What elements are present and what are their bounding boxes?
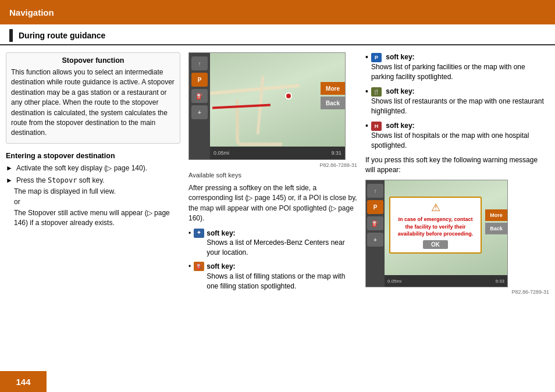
bullet-dot-2: •: [188, 262, 191, 272]
poi-3-text: Shows list of parking facilities or the …: [371, 63, 525, 81]
poi-5-text: Shows list of hospitals or the map with …: [371, 131, 529, 149]
poi-3-softkey: soft key:: [386, 53, 414, 61]
nav-btn-fuel: ⛽: [191, 89, 208, 103]
location-marker: [285, 92, 292, 99]
poi-softkey-1: soft key:Shows a list of Mercedes-Benz C…: [207, 229, 357, 258]
arrow-icon-1: ►: [6, 163, 13, 173]
stopover-menu-text: The Stopover still active menu will appe…: [14, 208, 180, 228]
nav-image-ref: P82.86-7288-31: [188, 162, 357, 168]
warning-ok-button[interactable]: OK: [423, 240, 448, 249]
warning-screen-image: ↑ P ⛽ + More Back ⚠ In case of emergency…: [365, 180, 508, 287]
nav-btn-more: More: [321, 82, 345, 95]
warning-bottom-bar: 0.05mi 9:33: [385, 275, 507, 287]
warning-dialog-text: In case of emergency, contact the facili…: [395, 216, 476, 237]
poi-5-softkey: soft key:: [386, 122, 414, 130]
page-number: 144: [16, 377, 30, 387]
warning-time: 9:33: [495, 279, 504, 284]
warning-btn-back: Back: [485, 223, 507, 234]
poi-item-parking: • P soft key: Shows list of parking faci…: [365, 52, 549, 82]
nav-right-buttons: More Back: [321, 82, 345, 109]
warning-dialog: ⚠ In case of emergency, contact the faci…: [389, 197, 482, 253]
bullet-dot-3: •: [365, 52, 368, 62]
poi-item-mercedes: • ✦ soft key:Shows a list of Mercedes-Be…: [188, 229, 357, 258]
fuel-icon: ⛽: [194, 262, 204, 271]
nav-distance: 0.05mi: [214, 150, 229, 156]
poi-item-fuel: • ⛽ soft key:Shows a list of filling sta…: [188, 262, 357, 291]
main-content: Stopover function This function allows y…: [0, 45, 555, 370]
stopover-function-box: Stopover function This function allows y…: [6, 52, 180, 144]
poi-3-content: P soft key: Shows list of parking facili…: [371, 52, 549, 82]
poi-4-content: 🍴 soft key: Shows list of restaurants or…: [371, 87, 549, 116]
subheader-accent: [9, 29, 13, 42]
stopover-text: This function allows you to select an in…: [11, 67, 175, 138]
intro-text: After pressing a softkey on the left sid…: [188, 183, 357, 224]
poi-item-restaurant: • 🍴 soft key: Shows list of restaurants …: [365, 87, 549, 116]
hospital-icon: H: [371, 122, 382, 131]
entering-heading: Entering a stopover destination: [6, 152, 180, 160]
stopover-title: Stopover function: [11, 56, 175, 65]
bullet-dot-5: •: [365, 121, 368, 131]
nav-screen-image: ↑ P ⛽ + More Back 0.05mi 9:31: [188, 52, 346, 160]
middle-column: ↑ P ⛽ + More Back 0.05mi 9:31 P82.86-728…: [188, 52, 357, 370]
header: Navigation: [0, 0, 555, 24]
nav-time: 9:31: [331, 150, 341, 156]
footer: 144: [0, 371, 47, 392]
left-column: Stopover function This function allows y…: [6, 52, 180, 370]
parking-icon: P: [371, 53, 382, 62]
subheader: During route guidance: [0, 24, 555, 45]
nav-sidebar: ↑ P ⛽ +: [189, 53, 210, 159]
bullet-dot-4: •: [365, 87, 368, 97]
nav-btn-parking: P: [191, 73, 208, 87]
warning-right-buttons: More Back: [485, 209, 507, 234]
poi-4-text: Shows list of restaurants or the map wit…: [371, 97, 544, 115]
warning-btn-3: ⛽: [367, 216, 383, 230]
nav-btn-back: Back: [321, 97, 345, 109]
bullet-item-1: ► Activate the soft key display (▷ page …: [6, 163, 180, 173]
warning-btn-2: P: [367, 200, 383, 214]
nav-bottom-bar: 0.05mi 9:31: [210, 147, 345, 159]
subheader-title: During route guidance: [19, 31, 105, 40]
warning-image-ref: P82.86-7289-31: [365, 289, 549, 295]
nav-btn-plus: +: [191, 105, 208, 119]
warning-btn-1: ↑: [367, 184, 383, 198]
warning-distance: 0.05mi: [387, 279, 401, 284]
arrow-icon-2: ►: [6, 176, 13, 186]
warning-triangle-icon: ⚠: [395, 201, 476, 214]
full-view-text: The map is displayed in full view.: [14, 187, 180, 195]
poi-softkey-2: soft key:Shows a list of filling station…: [207, 262, 357, 291]
poi-item-hospital: • H soft key: Shows list of hospitals or…: [365, 121, 549, 151]
warning-btn-more: More: [485, 209, 507, 221]
bullet-item-2: ► Press the Stopovr soft key.: [6, 176, 180, 186]
right-column: • P soft key: Shows list of parking faci…: [365, 52, 549, 370]
food-icon: 🍴: [371, 87, 382, 97]
header-title: Navigation: [9, 8, 54, 17]
warning-sidebar: ↑ P ⛽ +: [366, 180, 385, 287]
bullet-dot-1: •: [188, 229, 191, 238]
warning-intro-text: If you press this soft key the following…: [365, 155, 549, 176]
bullet-text-2: Press the Stopovr soft key.: [16, 176, 105, 186]
poi-5-content: H soft key: Shows list of hospitals or t…: [371, 121, 549, 151]
poi-4-softkey: soft key:: [386, 87, 414, 95]
mercedes-icon: ✦: [194, 229, 204, 238]
available-softkeys-caption: Available soft keys: [188, 172, 357, 179]
or-text: or: [14, 198, 180, 206]
bullet-text-1: Activate the soft key display (▷ page 14…: [16, 163, 147, 173]
nav-btn-arrow: ↑: [191, 56, 208, 70]
warning-btn-4: +: [367, 233, 383, 247]
